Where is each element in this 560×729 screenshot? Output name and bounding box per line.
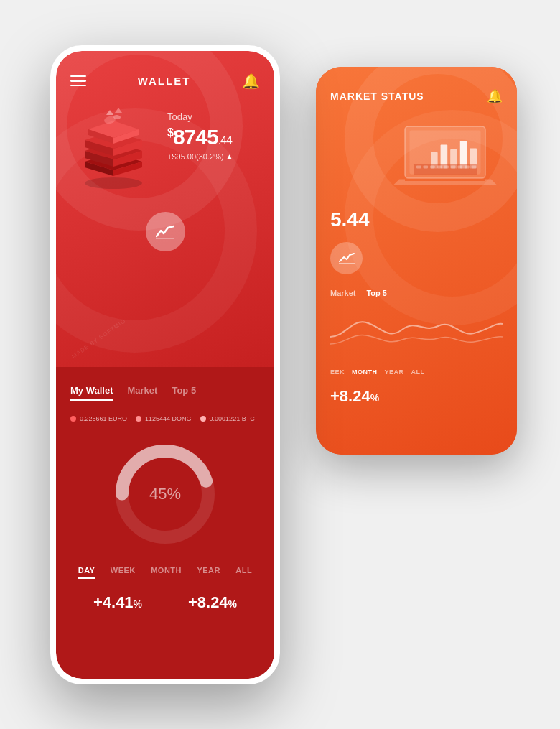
time-tab-day[interactable]: DAY (78, 566, 95, 579)
stack-illustration (70, 104, 157, 190)
wallet-bottom: My Wallet Market Top 5 0.225661 EURO 112… (56, 367, 274, 679)
today-label: Today (167, 111, 260, 122)
amount-prefix: $ (167, 126, 173, 139)
svg-rect-7 (414, 164, 477, 175)
watermark: MADE BY SOFTMIO (71, 317, 128, 360)
svg-rect-17 (339, 263, 355, 264)
bell-icon-back[interactable]: 🔔 (487, 88, 503, 104)
back-time-all[interactable]: ALL (411, 368, 425, 376)
tab-my-wallet[interactable]: My Wallet (70, 385, 113, 401)
svg-rect-10 (430, 165, 434, 168)
wallet-top: MADE BY SOFTMIO WALLET 🔔 (56, 51, 274, 367)
legend-dot-btc (200, 416, 206, 422)
back-amount: 5.44 (330, 208, 503, 231)
time-tab-year[interactable]: YEAR (197, 566, 220, 579)
svg-marker-21 (106, 110, 113, 115)
stat-1: +4.41% (93, 593, 142, 612)
legend: 0.225661 EURO 1125444 DONG 0.0001221 BTC (70, 415, 260, 422)
svg-rect-14 (458, 165, 462, 168)
wave-chart (330, 308, 503, 354)
wallet-info: Today $8745.44 +$95.00(30.2%) ▲ (167, 104, 260, 161)
donut-percent: 45% (149, 485, 181, 503)
legend-dot-dong (136, 416, 141, 422)
donut-chart: 45% (70, 437, 260, 552)
svg-rect-16 (472, 165, 476, 168)
chart-btn-back[interactable] (330, 242, 363, 274)
tab-top5[interactable]: Top 5 (172, 385, 196, 401)
back-time-eek[interactable]: EEK (330, 368, 345, 376)
wallet-body: Today $8745.44 +$95.00(30.2%) ▲ (70, 104, 260, 190)
legend-item-euro: 0.225661 EURO (70, 415, 127, 422)
chart-btn-center (70, 212, 260, 251)
phone-back: MARKET STATUS 🔔 (316, 67, 517, 455)
back-bottom-value: +8.24% (330, 387, 503, 406)
stat-2: +8.24% (188, 593, 237, 612)
market-status-title: MARKET STATUS (330, 90, 424, 102)
svg-rect-15 (465, 165, 469, 168)
chart-button[interactable] (146, 212, 185, 251)
bottom-stats: +4.41% +8.24% (70, 593, 260, 612)
back-tab-market[interactable]: Market (330, 289, 355, 297)
svg-marker-22 (115, 108, 122, 113)
svg-rect-9 (424, 165, 428, 168)
back-time-tabs: EEK MONTH YEAR ALL (330, 368, 503, 376)
legend-label-dong: 1125444 DONG (145, 415, 192, 422)
wallet-header: WALLET 🔔 (70, 73, 260, 90)
bell-icon-front[interactable]: 🔔 (242, 73, 260, 90)
svg-point-18 (85, 177, 142, 189)
arrow-up-icon: ▲ (226, 152, 233, 160)
time-tab-month[interactable]: MONTH (151, 566, 182, 579)
back-time-year[interactable]: YEAR (385, 368, 404, 376)
svg-rect-12 (444, 165, 448, 168)
back-tabs: Market Top 5 (330, 289, 503, 297)
back-time-month[interactable]: MONTH (352, 368, 378, 376)
svg-rect-13 (451, 165, 455, 168)
svg-rect-23 (156, 238, 174, 239)
legend-label-euro: 0.225661 EURO (80, 415, 127, 422)
time-tab-week[interactable]: WEEK (111, 566, 136, 579)
svg-rect-8 (416, 165, 421, 168)
amount-change: +$95.00(30.2%) ▲ (167, 152, 260, 161)
amount-main: $8745.44 (167, 125, 260, 149)
svg-rect-11 (437, 165, 442, 168)
back-tab-top5[interactable]: Top 5 (366, 289, 387, 297)
wallet-title: WALLET (138, 75, 191, 87)
legend-label-btc: 0.0001221 BTC (210, 415, 255, 422)
hamburger-menu[interactable] (70, 75, 86, 87)
laptop-illustration (330, 119, 503, 198)
stat-2-value: +8.24% (188, 593, 237, 612)
wallet-tabs: My Wallet Market Top 5 (70, 385, 260, 401)
phone-front: MADE BY SOFTMIO WALLET 🔔 (50, 45, 280, 684)
time-filter-tabs: DAY WEEK MONTH YEAR ALL (70, 566, 260, 579)
stat-1-value: +4.41% (93, 593, 142, 612)
time-tab-all[interactable]: ALL (235, 566, 252, 579)
legend-item-btc: 0.0001221 BTC (200, 415, 255, 422)
tab-market[interactable]: Market (127, 385, 157, 401)
legend-item-dong: 1125444 DONG (136, 415, 192, 422)
scene: MARKET STATUS 🔔 (29, 24, 531, 706)
legend-dot-euro (70, 416, 76, 422)
